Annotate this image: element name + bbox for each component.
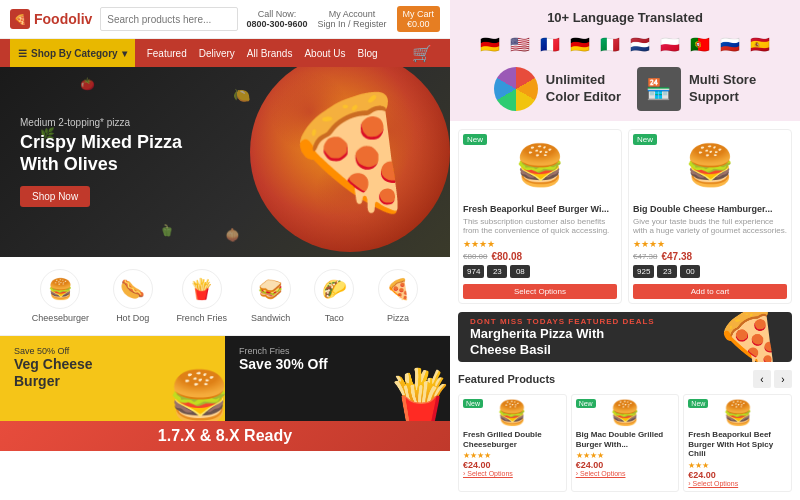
cart-button[interactable]: My Cart €0.00	[397, 6, 441, 32]
nav-bar: ☰ Shop By Category ▾ Featured Delivery A…	[0, 39, 450, 67]
category-cheeseburger[interactable]: 🍔 Cheeseburger	[32, 269, 89, 323]
pizza-visual: 🍕	[250, 67, 450, 252]
new-badge-1: New	[463, 134, 487, 145]
cart-label: My Cart	[403, 9, 435, 19]
flag-it: 🇮🇹	[597, 31, 623, 57]
nav-cart[interactable]: 🛒	[412, 44, 440, 63]
category-taco[interactable]: 🌮 Taco	[314, 269, 354, 323]
languages-row: 🇩🇪 🇺🇸 🇫🇷 🇩🇪 🇮🇹 🇳🇱 🇵🇱 🇵🇹 🇷🇺 🇪🇸	[464, 31, 786, 57]
mini-3-options[interactable]: › Select Options	[688, 480, 787, 487]
deal-text: DONT MISS TODAYS FEATURED DEALS Margheri…	[470, 317, 655, 357]
timer-2-mins: 23	[657, 265, 677, 278]
mini-2-options[interactable]: › Select Options	[576, 470, 675, 477]
lang-title: 10+ Language Translated	[464, 10, 786, 25]
feature-multi-store: 🏪 Multi StoreSupport	[637, 67, 756, 111]
timer-1-secs: 08	[510, 265, 530, 278]
flag-fr: 🇫🇷	[537, 31, 563, 57]
add-to-cart-button-2[interactable]: Add to cart	[633, 284, 787, 299]
categories-row: 🍔 Cheeseburger 🌭 Hot Dog 🍟 French Fries …	[0, 257, 450, 336]
top-features: 10+ Language Translated 🇩🇪 🇺🇸 🇫🇷 🇩🇪 🇮🇹 🇳…	[450, 0, 800, 121]
product-2-name: Big Double Cheese Hamburger...	[633, 204, 787, 215]
flag-es: 🇪🇸	[747, 31, 773, 57]
call-label: Call Now:	[246, 9, 307, 19]
product-1-body: Fresh Beaporkul Beef Burger Wi... This s…	[459, 200, 621, 303]
nav-link-delivery[interactable]: Delivery	[199, 48, 235, 59]
version-badge: 1.7.X & 8.X Ready	[0, 421, 450, 451]
nav-link-allbrands[interactable]: All Brands	[247, 48, 293, 59]
search-input[interactable]	[101, 14, 238, 25]
featured-title: Featured Products	[458, 373, 555, 385]
product-2-stars: ★★★★	[633, 239, 787, 249]
mini-1-name: Fresh Grilled Double Cheeseburger	[463, 430, 562, 449]
product-2-image: New 🍔	[629, 130, 791, 200]
nav-link-featured[interactable]: Featured	[147, 48, 187, 59]
product-card-1[interactable]: New 🍔 Fresh Beaporkul Beef Burger Wi... …	[458, 129, 622, 304]
header-right: Call Now: 0800-300-9600 My Account Sign …	[246, 6, 440, 32]
product-2-body: Big Double Cheese Hamburger... Give your…	[629, 200, 791, 303]
nav-link-blog[interactable]: Blog	[358, 48, 378, 59]
taco-label: Taco	[325, 313, 344, 323]
mini-1-icon: 🍔	[497, 399, 527, 426]
shop-by-label: Shop By Category	[31, 48, 118, 59]
left-panel: 🍕 Foodoliv Search Call Now: 0800-300-960…	[0, 0, 450, 500]
category-hotdog[interactable]: 🌭 Hot Dog	[113, 269, 153, 323]
deal-label: DONT MISS TODAYS FEATURED DEALS	[470, 317, 655, 326]
nav-link-aboutus[interactable]: About Us	[304, 48, 345, 59]
fries-decoration: 🍟	[386, 366, 450, 421]
product-2-price-old: €47.38	[633, 252, 657, 261]
deal-title: Margherita Pizza WithCheese Basil	[470, 326, 655, 357]
shop-by-icon: ☰	[18, 48, 27, 59]
banner-veg-burger[interactable]: Save 50% Off Veg CheeseBurger 🍔	[0, 336, 225, 421]
mini-1-price: €24.00	[463, 460, 562, 470]
call-now: Call Now: 0800-300-9600	[246, 9, 307, 29]
deal-banner: DONT MISS TODAYS FEATURED DEALS Margheri…	[458, 312, 792, 362]
mini-3-name: Fresh Beaporkul Beef Burger With Hot Spi…	[688, 430, 787, 459]
mini-1-badge: New	[463, 399, 483, 408]
flag-de2: 🇩🇪	[567, 31, 593, 57]
mini-3-img: New 🍔	[688, 399, 787, 427]
category-pizza[interactable]: 🍕 Pizza	[378, 269, 418, 323]
category-frenchfries[interactable]: 🍟 French Fries	[176, 269, 227, 323]
version-text: 1.7.X & 8.X Ready	[158, 427, 292, 444]
signin-link[interactable]: Sign In / Register	[317, 19, 386, 29]
hero-banner: 🍅 🌿 🫑 🍋 🧅 Medium 2-topping* pizza Crispy…	[0, 67, 450, 257]
burger-decoration: 🍔	[168, 368, 225, 421]
mini-1-options[interactable]: › Select Options	[463, 470, 562, 477]
pizza-emoji: 🍕	[250, 67, 450, 252]
search-bar[interactable]: Search	[100, 7, 238, 31]
select-options-button-1[interactable]: Select Options	[463, 284, 617, 299]
category-sandwich[interactable]: 🥪 Sandwich	[251, 269, 291, 323]
mini-products: New 🍔 Fresh Grilled Double Cheeseburger …	[458, 394, 792, 492]
taco-icon: 🌮	[314, 269, 354, 309]
next-arrow[interactable]: ›	[774, 370, 792, 388]
shop-by-category[interactable]: ☰ Shop By Category ▾	[10, 39, 135, 67]
mini-2-stars: ★★★★	[576, 451, 675, 460]
account[interactable]: My Account Sign In / Register	[317, 9, 386, 29]
product-1-icon: 🍔	[515, 142, 565, 189]
mini-card-1[interactable]: New 🍔 Fresh Grilled Double Cheeseburger …	[458, 394, 567, 492]
product-1-price: €80.00 €80.08	[463, 251, 617, 262]
mini-card-3[interactable]: New 🍔 Fresh Beaporkul Beef Burger With H…	[683, 394, 792, 492]
mini-2-icon: 🍔	[610, 399, 640, 426]
flag-pt: 🇵🇹	[687, 31, 713, 57]
mini-card-2[interactable]: New 🍔 Big Mac Double Grilled Burger With…	[571, 394, 680, 492]
cheeseburger-icon: 🍔	[40, 269, 80, 309]
mini-2-img: New 🍔	[576, 399, 675, 427]
multi-store-label: Multi StoreSupport	[689, 72, 756, 106]
nav-links: Featured Delivery All Brands About Us Bl…	[147, 48, 378, 59]
hero-subtitle: Medium 2-topping* pizza	[20, 117, 182, 128]
shop-now-button[interactable]: Shop Now	[20, 186, 90, 207]
mini-3-price: €24.00	[688, 470, 787, 480]
flag-de: 🇩🇪	[477, 31, 503, 57]
right-panel: 10+ Language Translated 🇩🇪 🇺🇸 🇫🇷 🇩🇪 🇮🇹 🇳…	[450, 0, 800, 500]
logo-icon: 🍕	[10, 9, 30, 29]
sandwich-icon: 🥪	[251, 269, 291, 309]
product-1-price-new: €80.08	[491, 251, 522, 262]
prev-arrow[interactable]: ‹	[753, 370, 771, 388]
flag-us: 🇺🇸	[507, 31, 533, 57]
mini-1-stars: ★★★★	[463, 451, 562, 460]
banner-french-fries[interactable]: French Fries Save 30% Off 🍟	[225, 336, 450, 421]
store-icon: 🏪	[637, 67, 681, 111]
product-card-2[interactable]: New 🍔 Big Double Cheese Hamburger... Giv…	[628, 129, 792, 304]
timer-1-mins: 23	[487, 265, 507, 278]
